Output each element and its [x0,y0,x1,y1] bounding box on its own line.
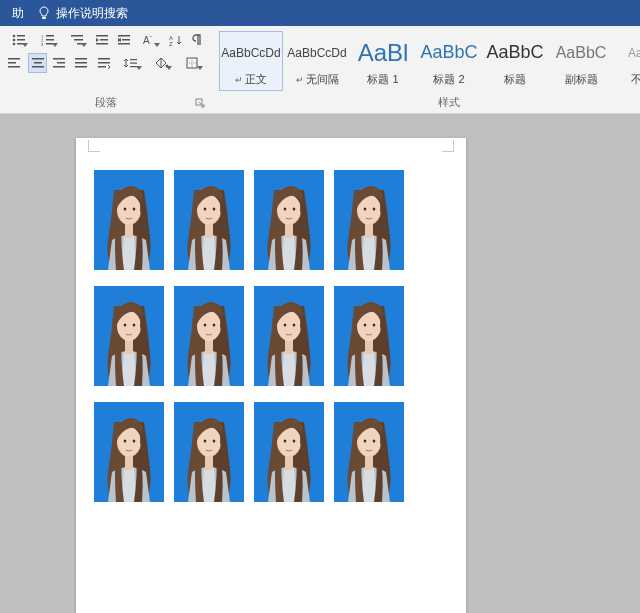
lightbulb-icon [38,6,50,20]
tell-me-search[interactable]: 操作说明搜索 [56,5,128,22]
svg-point-57 [204,207,207,210]
paragraph-dialog-launcher-icon[interactable] [194,97,206,109]
svg-rect-35 [75,58,87,60]
svg-point-102 [284,439,287,442]
svg-rect-42 [130,63,137,64]
svg-point-77 [204,323,207,326]
id-photo[interactable] [334,170,404,270]
line-spacing-button[interactable] [118,53,145,73]
id-photo[interactable] [254,286,324,386]
id-photo[interactable] [174,170,244,270]
svg-point-52 [124,207,127,210]
svg-rect-29 [32,58,44,60]
style-item-副标题[interactable]: AaBbC副标题 [549,31,613,91]
increase-indent-button[interactable] [116,30,134,50]
id-photo[interactable] [94,286,164,386]
svg-point-62 [284,207,287,210]
id-photo[interactable] [334,286,404,386]
align-left-button[interactable] [6,53,24,73]
page[interactable] [76,138,466,613]
style-item-无间隔[interactable]: AaBbCcDd↵无间隔 [285,31,349,91]
svg-rect-18 [96,43,108,45]
style-name-label: 不明显 [631,72,641,87]
svg-point-107 [364,439,367,442]
svg-point-3 [12,39,15,42]
svg-point-93 [133,439,136,442]
borders-button[interactable] [179,53,206,73]
multilevel-list-button[interactable] [65,30,90,50]
svg-point-87 [364,323,367,326]
sort-button[interactable]: AZ [167,30,185,50]
id-photo[interactable] [254,402,324,502]
style-name-label: 副标题 [565,72,598,87]
svg-rect-36 [75,62,87,64]
id-photo[interactable] [94,170,164,270]
svg-point-53 [133,207,136,210]
svg-text:ˇ: ˇ [150,35,152,41]
styles-gallery[interactable]: AaBbCcDd↵正文AaBbCcDd↵无间隔AaBl标题 1AaBbC标题 2… [218,30,640,92]
paragraph-group-label: 段落 [6,93,206,111]
svg-rect-10 [46,39,54,41]
svg-point-73 [133,323,136,326]
shading-button[interactable] [149,53,176,73]
svg-rect-19 [118,35,130,37]
asian-layout-button[interactable]: Aˇ [137,30,162,50]
svg-point-63 [293,207,296,210]
bullets-button[interactable] [6,30,31,50]
decrease-indent-button[interactable] [94,30,112,50]
style-item-标题 1[interactable]: AaBl标题 1 [351,31,415,91]
id-photo[interactable] [174,402,244,502]
align-center-button[interactable] [28,53,46,73]
margin-mark-icon [442,140,454,152]
style-item-不明显[interactable]: AaBbC不明显 [615,31,640,91]
svg-point-108 [373,439,376,442]
svg-point-98 [213,439,216,442]
id-photo[interactable] [254,170,324,270]
svg-rect-17 [100,39,108,41]
svg-point-1 [12,35,15,38]
svg-point-92 [124,439,127,442]
style-name-label: 标题 [504,72,526,87]
style-item-标题 2[interactable]: AaBbC标题 2 [417,31,481,91]
align-distributed-button[interactable] [96,53,114,73]
svg-point-68 [373,207,376,210]
svg-rect-32 [53,58,65,60]
style-item-标题[interactable]: AaBbC标题 [483,31,547,91]
svg-text:Z: Z [169,41,173,46]
style-preview: AaBbC [420,36,477,70]
svg-rect-2 [17,35,25,37]
svg-text:A: A [143,35,150,46]
style-preview: AaBbC [486,36,543,70]
style-item-正文[interactable]: AaBbCcDd↵正文 [219,31,283,91]
svg-point-67 [364,207,367,210]
align-justify-button[interactable] [73,53,91,73]
help-tab[interactable]: 助 [4,5,32,22]
id-photo[interactable] [334,402,404,502]
svg-rect-30 [34,62,42,64]
svg-text:3: 3 [41,42,44,46]
style-preview: AaBbCcDd [287,36,346,70]
svg-rect-37 [75,66,87,68]
styles-group: AaBbCcDd↵正文AaBbCcDd↵无间隔AaBl标题 1AaBbC标题 2… [212,26,640,113]
id-photo[interactable] [174,286,244,386]
show-marks-button[interactable] [188,30,206,50]
style-preview: AaBbC [556,36,607,70]
svg-point-5 [12,43,15,46]
ribbon: 123 Aˇ AZ 段落 [0,26,640,114]
align-right-button[interactable] [51,53,69,73]
document-workspace[interactable] [0,114,640,613]
title-bar: 助 操作说明搜索 [0,0,640,26]
svg-point-103 [293,439,296,442]
photo-grid [94,170,404,502]
svg-point-78 [213,323,216,326]
svg-rect-0 [42,17,46,19]
svg-point-97 [204,439,207,442]
numbering-button[interactable]: 123 [35,30,60,50]
style-preview: AaBl [358,36,409,70]
id-photo[interactable] [94,402,164,502]
svg-point-83 [293,323,296,326]
svg-rect-34 [53,66,65,68]
style-name-label: ↵正文 [235,72,267,87]
svg-rect-28 [8,66,20,68]
paragraph-group: 123 Aˇ AZ 段落 [0,26,212,113]
